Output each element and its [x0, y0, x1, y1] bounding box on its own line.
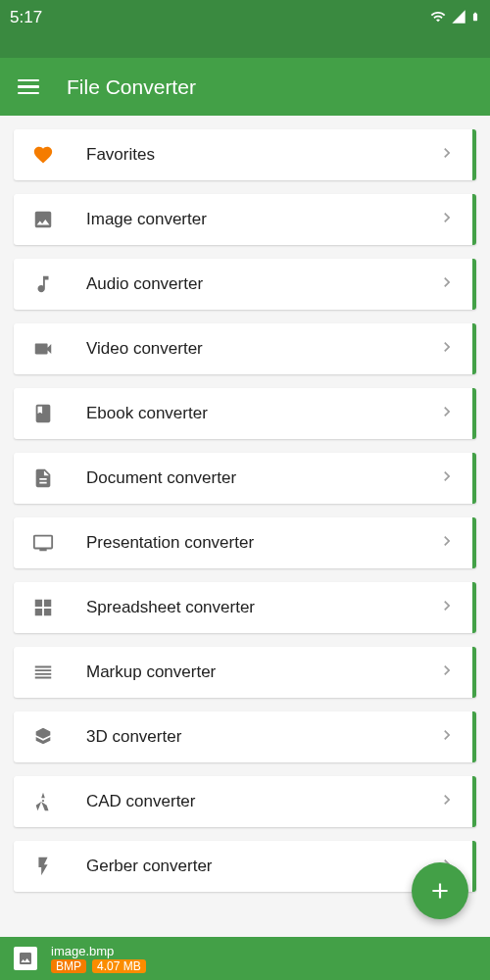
signal-icon	[451, 9, 466, 24]
converter-list: FavoritesImage converterAudio converterV…	[0, 116, 490, 937]
chevron-right-icon	[437, 272, 457, 296]
music-note-icon	[31, 272, 55, 296]
wifi-icon	[429, 9, 447, 24]
converter-item-spreadsheet[interactable]: Spreadsheet converter	[14, 582, 476, 633]
file-name: image.bmp	[51, 945, 146, 957]
monitor-icon	[31, 531, 55, 555]
converter-item-label: Video converter	[86, 339, 437, 359]
converter-item-label: Gerber converter	[86, 857, 437, 876]
heart-icon	[31, 143, 55, 167]
converter-item-label: Ebook converter	[86, 404, 437, 423]
file-icon	[31, 466, 55, 490]
converter-item-label: CAD converter	[86, 792, 437, 811]
add-button[interactable]	[412, 862, 468, 919]
converter-item-label: Audio converter	[86, 274, 437, 294]
converter-item-image[interactable]: Image converter	[14, 194, 476, 245]
converter-item-label: Markup converter	[86, 662, 437, 682]
converter-item-cad[interactable]: CAD converter	[14, 776, 476, 827]
app-bar: File Converter	[0, 58, 490, 116]
chevron-right-icon	[437, 531, 457, 555]
converter-item-label: Document converter	[86, 468, 437, 488]
chevron-right-icon	[437, 661, 457, 684]
lines-icon	[31, 661, 55, 684]
converter-item-markup[interactable]: Markup converter	[14, 647, 476, 698]
converter-item-ebook[interactable]: Ebook converter	[14, 388, 476, 439]
chevron-right-icon	[437, 790, 457, 813]
cubes-icon	[31, 725, 55, 749]
app-title: File Converter	[67, 75, 196, 99]
bolt-icon	[31, 855, 55, 878]
converter-item-gerber[interactable]: Gerber converter	[14, 841, 476, 892]
converter-item-presentation[interactable]: Presentation converter	[14, 517, 476, 568]
chevron-right-icon	[437, 596, 457, 619]
converter-item-label: Presentation converter	[86, 533, 437, 553]
converter-item-label: Favorites	[86, 145, 437, 165]
converter-item-document[interactable]: Document converter	[14, 453, 476, 504]
converter-item-label: Spreadsheet converter	[86, 598, 437, 617]
file-info: image.bmp BMP 4.07 MB	[51, 945, 146, 973]
converter-item-3d[interactable]: 3D converter	[14, 711, 476, 762]
converter-item-favorites[interactable]: Favorites	[14, 129, 476, 180]
chevron-right-icon	[437, 466, 457, 490]
grid-icon	[31, 596, 55, 619]
status-bar: 5:17	[0, 0, 490, 58]
status-icons	[429, 8, 480, 25]
converter-item-audio[interactable]: Audio converter	[14, 259, 476, 310]
chevron-right-icon	[437, 725, 457, 749]
book-icon	[31, 402, 55, 425]
chevron-right-icon	[437, 402, 457, 425]
file-size-badge: 4.07 MB	[92, 959, 146, 973]
chevron-right-icon	[437, 143, 457, 167]
image-icon	[31, 208, 55, 231]
plus-icon	[427, 878, 453, 904]
menu-icon[interactable]	[18, 79, 39, 95]
bottom-bar[interactable]: image.bmp BMP 4.07 MB	[0, 937, 490, 980]
converter-item-label: Image converter	[86, 210, 437, 229]
converter-item-video[interactable]: Video converter	[14, 323, 476, 374]
videocam-icon	[31, 337, 55, 361]
converter-item-label: 3D converter	[86, 727, 437, 747]
battery-icon	[470, 8, 480, 25]
chevron-right-icon	[437, 208, 457, 231]
image-icon	[18, 951, 33, 966]
file-thumbnail	[14, 947, 37, 970]
status-time: 5:17	[10, 8, 42, 27]
compass-icon	[31, 790, 55, 813]
chevron-right-icon	[437, 337, 457, 361]
file-format-badge: BMP	[51, 959, 86, 973]
